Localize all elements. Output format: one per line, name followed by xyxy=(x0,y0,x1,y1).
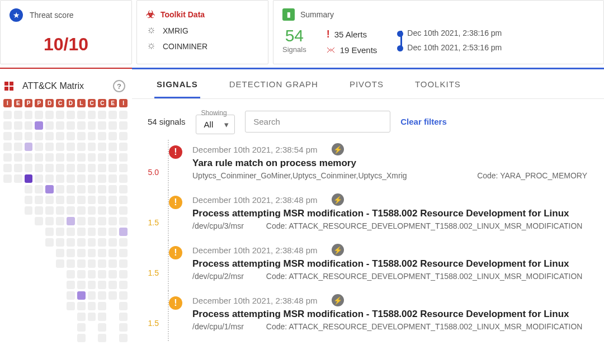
matrix-cell[interactable] xyxy=(14,132,22,140)
matrix-cell[interactable] xyxy=(35,206,43,215)
matrix-cell[interactable] xyxy=(88,302,96,310)
matrix-cell[interactable] xyxy=(56,153,64,162)
matrix-cell[interactable] xyxy=(45,185,54,193)
matrix-cell[interactable] xyxy=(77,164,86,172)
matrix-cell[interactable] xyxy=(119,313,128,321)
matrix-cell[interactable] xyxy=(56,206,64,215)
matrix-cell[interactable] xyxy=(25,143,33,151)
matrix-cell[interactable] xyxy=(56,228,64,236)
matrix-cell[interactable] xyxy=(98,291,106,300)
matrix-cell[interactable] xyxy=(77,185,86,193)
signal-item[interactable]: 1.5 ! December 10th 2021, 2:38:48 pm ⚡ P… xyxy=(142,291,587,341)
matrix-cell[interactable] xyxy=(25,132,33,140)
matrix-cell[interactable] xyxy=(98,238,106,247)
matrix-cell[interactable] xyxy=(25,206,33,215)
matrix-cell[interactable] xyxy=(119,238,128,247)
matrix-cell[interactable] xyxy=(25,111,33,119)
matrix-cell[interactable] xyxy=(98,249,106,257)
matrix-cell[interactable] xyxy=(77,259,86,268)
matrix-cell[interactable] xyxy=(25,164,33,172)
tactic-badge[interactable]: I xyxy=(3,99,12,107)
matrix-cell[interactable] xyxy=(35,132,43,140)
toolkit-item[interactable]: ⛭XMRIG xyxy=(146,25,259,36)
matrix-cell[interactable] xyxy=(56,132,64,140)
matrix-cell[interactable] xyxy=(56,259,64,268)
matrix-cell[interactable] xyxy=(77,334,86,342)
matrix-cell[interactable] xyxy=(98,143,106,151)
tactic-badge[interactable]: I xyxy=(119,99,128,107)
matrix-cell[interactable] xyxy=(67,270,75,278)
matrix-cell[interactable] xyxy=(108,143,117,151)
matrix-cell[interactable] xyxy=(14,111,22,119)
matrix-cell[interactable] xyxy=(56,217,64,225)
matrix-cell[interactable] xyxy=(45,238,54,247)
matrix-cell[interactable] xyxy=(45,132,54,140)
matrix-cell[interactable] xyxy=(98,281,106,289)
matrix-cell[interactable] xyxy=(119,174,128,183)
matrix-cell[interactable] xyxy=(119,323,128,332)
matrix-cell[interactable] xyxy=(56,143,64,151)
matrix-cell[interactable] xyxy=(88,313,96,321)
matrix-cell[interactable] xyxy=(67,238,75,247)
matrix-cell[interactable] xyxy=(88,121,96,130)
matrix-cell[interactable] xyxy=(119,334,128,342)
matrix-cell[interactable] xyxy=(98,206,106,215)
matrix-cell[interactable] xyxy=(45,111,54,119)
matrix-cell[interactable] xyxy=(67,196,75,204)
matrix-cell[interactable] xyxy=(119,132,128,140)
matrix-cell[interactable] xyxy=(67,259,75,268)
matrix-cell[interactable] xyxy=(77,249,86,257)
tactic-badge[interactable]: E xyxy=(14,99,22,107)
matrix-cell[interactable] xyxy=(3,164,12,172)
matrix-cell[interactable] xyxy=(88,153,96,162)
matrix-cell[interactable] xyxy=(77,313,86,321)
matrix-cell[interactable] xyxy=(67,132,75,140)
matrix-cell[interactable] xyxy=(98,270,106,278)
matrix-cell[interactable] xyxy=(77,111,86,119)
matrix-cell[interactable] xyxy=(88,164,96,172)
matrix-cell[interactable] xyxy=(88,196,96,204)
matrix-cell[interactable] xyxy=(56,164,64,172)
matrix-cell[interactable] xyxy=(14,153,22,162)
matrix-cell[interactable] xyxy=(35,217,43,225)
signal-item[interactable]: 1.5 ! December 10th 2021, 2:38:48 pm ⚡ P… xyxy=(142,190,587,240)
matrix-cell[interactable] xyxy=(108,238,117,247)
matrix-cell[interactable] xyxy=(56,238,64,247)
matrix-cell[interactable] xyxy=(45,174,54,183)
matrix-cell[interactable] xyxy=(119,259,128,268)
matrix-cell[interactable] xyxy=(88,174,96,183)
signal-item[interactable]: 1.5 ! December 10th 2021, 2:38:48 pm ⚡ P… xyxy=(142,240,587,291)
matrix-cell[interactable] xyxy=(45,143,54,151)
matrix-cell[interactable] xyxy=(77,121,86,130)
matrix-cell[interactable] xyxy=(108,153,117,162)
matrix-cell[interactable] xyxy=(98,259,106,268)
matrix-cell[interactable] xyxy=(119,302,128,310)
matrix-cell[interactable] xyxy=(98,153,106,162)
matrix-cell[interactable] xyxy=(35,174,43,183)
matrix-cell[interactable] xyxy=(88,249,96,257)
matrix-cell[interactable] xyxy=(77,270,86,278)
matrix-cell[interactable] xyxy=(45,121,54,130)
search-input[interactable] xyxy=(245,111,390,133)
matrix-cell[interactable] xyxy=(77,281,86,289)
matrix-cell[interactable] xyxy=(25,196,33,204)
matrix-cell[interactable] xyxy=(67,111,75,119)
matrix-cell[interactable] xyxy=(67,185,75,193)
matrix-cell[interactable] xyxy=(45,228,54,236)
matrix-cell[interactable] xyxy=(77,238,86,247)
matrix-cell[interactable] xyxy=(98,302,106,310)
matrix-cell[interactable] xyxy=(119,281,128,289)
matrix-cell[interactable] xyxy=(35,153,43,162)
toolkit-item[interactable]: ⛭COINMINER xyxy=(146,41,259,52)
tactic-badge[interactable]: E xyxy=(108,99,117,107)
matrix-cell[interactable] xyxy=(45,196,54,204)
tactic-badge[interactable]: C xyxy=(56,99,64,107)
showing-select[interactable]: All xyxy=(196,115,235,134)
matrix-cell[interactable] xyxy=(119,185,128,193)
matrix-cell[interactable] xyxy=(56,196,64,204)
matrix-cell[interactable] xyxy=(3,153,12,162)
matrix-cell[interactable] xyxy=(88,111,96,119)
matrix-cell[interactable] xyxy=(25,121,33,130)
matrix-cell[interactable] xyxy=(14,121,22,130)
matrix-cell[interactable] xyxy=(98,164,106,172)
